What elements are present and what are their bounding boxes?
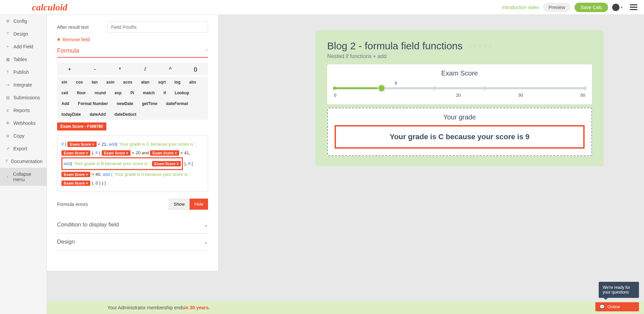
- logo: calculoid: [32, 2, 67, 13]
- topbar: calculoid Introduction video Preview Sav…: [0, 0, 644, 15]
- avatar-icon: [612, 4, 620, 11]
- preview-button[interactable]: Preview: [543, 3, 571, 12]
- topbar-right: Introduction video Preview Save Calc ▾: [502, 3, 637, 12]
- caret-icon: ▾: [621, 5, 623, 9]
- intro-video-link[interactable]: Introduction video: [502, 5, 539, 10]
- user-menu[interactable]: ▾: [612, 4, 623, 11]
- hamburger-icon[interactable]: [630, 4, 637, 10]
- save-calc-button[interactable]: Save Calc: [575, 3, 608, 12]
